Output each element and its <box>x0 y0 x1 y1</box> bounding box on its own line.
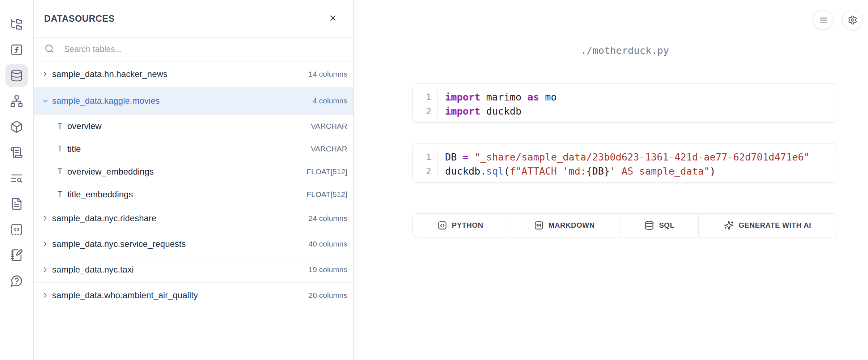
menu-icon <box>818 15 828 25</box>
add-generate-with-ai-button[interactable]: GENERATE WITH AI <box>699 214 837 237</box>
text-type-icon: T <box>58 167 67 176</box>
code-line: 2duckdb.sql(f"ATTACH 'md:{DB}' AS sample… <box>413 164 837 178</box>
rail-item-file-tree[interactable] <box>5 13 28 35</box>
panel-header: DATASOURCES <box>34 0 353 37</box>
snippet-code-icon <box>10 223 23 236</box>
table-list: sample_data.hn.hacker_news14 columnssamp… <box>34 61 353 308</box>
column-row[interactable]: Ttitle_embeddingsFLOAT[512] <box>34 183 353 206</box>
table-search-bar <box>34 37 353 61</box>
line-number: 1 <box>413 150 438 164</box>
text-type-icon: T <box>58 190 67 199</box>
close-panel-button[interactable] <box>327 13 339 25</box>
code-line: 2import duckdb <box>413 104 837 118</box>
code-square-icon <box>437 220 447 230</box>
column-name: overview <box>67 121 311 131</box>
code-text: import marimo as mo <box>438 90 557 104</box>
chevron-right-icon <box>41 239 51 249</box>
search-icon <box>45 44 54 55</box>
panel-title: DATASOURCES <box>44 13 115 24</box>
table-name: sample_data.nyc.rideshare <box>52 213 304 223</box>
code-text: duckdb.sql(f"ATTACH 'md:{DB}' AS sample_… <box>438 164 716 178</box>
column-row[interactable]: Toverview_embeddingsFLOAT[512] <box>34 160 353 183</box>
rail-item-help-chat[interactable] <box>5 270 28 292</box>
gear-button[interactable] <box>842 10 863 30</box>
line-number: 1 <box>413 90 438 104</box>
code-cell[interactable]: 1import marimo as mo2import duckdb <box>412 83 837 123</box>
file-text-icon <box>10 197 23 210</box>
table-name: sample_data.who.ambient_air_quality <box>52 290 304 300</box>
table-row[interactable]: sample_data.hn.hacker_news14 columns <box>34 61 353 87</box>
column-name: title <box>67 144 311 154</box>
add-button-label: PYTHON <box>452 221 483 230</box>
table-row[interactable]: sample_data.nyc.rideshare24 columns <box>34 206 353 231</box>
code-line: 1import marimo as mo <box>413 90 837 104</box>
code-text: import duckdb <box>438 104 521 118</box>
network-icon <box>10 95 23 108</box>
add-python-button[interactable]: PYTHON <box>413 214 508 237</box>
add-button-label: GENERATE WITH AI <box>738 221 811 230</box>
notebook-pen-icon <box>10 249 23 262</box>
add-sql-button[interactable]: SQL <box>621 214 699 237</box>
code-line: 1DB = "_share/sample_data/23b0d623-1361-… <box>413 150 837 164</box>
search-input[interactable] <box>64 44 346 54</box>
table-name: sample_data.kaggle.movies <box>52 96 308 106</box>
rail-item-network[interactable] <box>5 90 28 112</box>
datasources-panel: DATASOURCES sample_data.hn.hacker_news14… <box>33 0 354 360</box>
table-column-count: 24 columns <box>309 214 347 223</box>
table-column-count: 40 columns <box>309 240 347 248</box>
box-icon <box>10 120 23 133</box>
column-row[interactable]: TtitleVARCHAR <box>34 137 353 160</box>
chevron-right-icon <box>41 69 51 79</box>
column-type: FLOAT[512] <box>306 167 347 176</box>
code-text: DB = "_share/sample_data/23b0d623-1361-4… <box>438 150 810 164</box>
markdown-square-icon <box>534 220 544 230</box>
table-column-count: 4 columns <box>313 97 347 105</box>
database-icon <box>10 69 23 82</box>
rail-item-snippet-code[interactable] <box>5 218 28 241</box>
chevron-down-icon <box>41 96 51 106</box>
close-icon <box>329 14 337 23</box>
rail-item-file-text[interactable] <box>5 193 28 215</box>
scroll-text-icon <box>10 146 23 159</box>
table-row[interactable]: sample_data.nyc.taxi19 columns <box>34 257 353 283</box>
table-name: sample_data.hn.hacker_news <box>52 69 304 79</box>
code-cell[interactable]: 1DB = "_share/sample_data/23b0d623-1361-… <box>412 143 837 183</box>
column-name: overview_embeddings <box>67 167 306 177</box>
rail-item-function-square[interactable] <box>5 39 28 61</box>
chevron-right-icon <box>41 291 51 300</box>
database-icon <box>644 220 654 230</box>
table-row[interactable]: sample_data.kaggle.movies4 columns <box>34 87 353 115</box>
text-search-icon <box>10 172 23 185</box>
table-name: sample_data.nyc.service_requests <box>52 239 304 249</box>
column-row[interactable]: ToverviewVARCHAR <box>34 115 353 137</box>
line-number: 2 <box>413 164 438 178</box>
table-name: sample_data.nyc.taxi <box>52 265 304 275</box>
rail-item-notebook-pen[interactable] <box>5 244 28 266</box>
table-column-count: 20 columns <box>309 291 347 300</box>
table-row[interactable]: sample_data.who.ambient_air_quality20 co… <box>34 283 353 308</box>
notebook-controls <box>813 10 863 30</box>
column-type: VARCHAR <box>311 145 347 153</box>
file-tree-icon <box>10 18 23 31</box>
column-type: VARCHAR <box>311 122 347 130</box>
text-type-icon: T <box>58 121 67 130</box>
activity-rail <box>0 0 33 360</box>
add-cell-bar: PYTHONMARKDOWNSQLGENERATE WITH AI <box>412 213 837 237</box>
function-square-icon <box>10 43 23 56</box>
table-column-count: 14 columns <box>309 70 347 78</box>
text-type-icon: T <box>58 144 67 153</box>
rail-item-scroll-text[interactable] <box>5 141 28 164</box>
column-name: title_embeddings <box>67 189 306 200</box>
line-number: 2 <box>413 104 438 118</box>
table-row[interactable]: sample_data.nyc.service_requests40 colum… <box>34 231 353 257</box>
add-markdown-button[interactable]: MARKDOWN <box>508 214 621 237</box>
menu-button[interactable] <box>813 10 833 30</box>
help-chat-icon <box>10 274 23 287</box>
rail-item-text-search[interactable] <box>5 167 28 189</box>
sparkles-icon <box>724 220 734 230</box>
chevron-right-icon <box>41 265 51 274</box>
rail-item-database[interactable] <box>5 64 28 87</box>
add-button-label: MARKDOWN <box>549 221 595 230</box>
rail-item-box[interactable] <box>5 116 28 138</box>
gear-icon <box>848 15 858 25</box>
